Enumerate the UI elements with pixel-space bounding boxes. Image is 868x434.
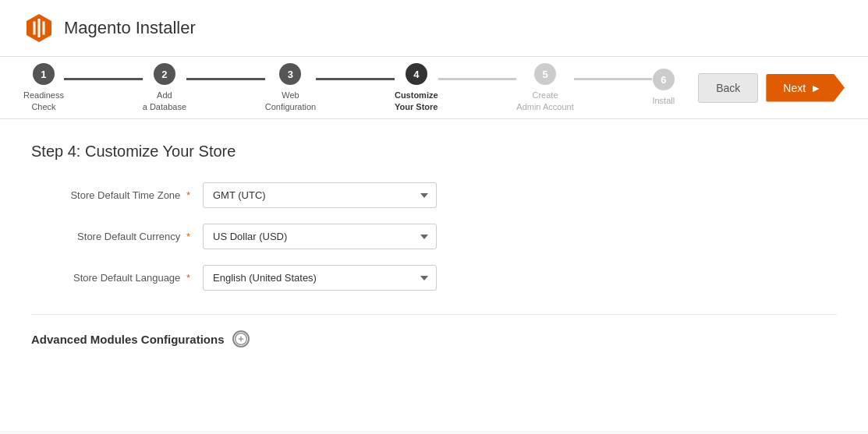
timezone-select[interactable]: GMT (UTC) America/New_York America/Chica…	[203, 182, 437, 208]
wizard-step-5: 5 CreateAdmin Account	[516, 63, 573, 112]
wizard-actions: Back Next ►	[698, 73, 845, 103]
next-arrow-icon: ►	[810, 82, 821, 94]
expand-advanced-icon[interactable]	[232, 330, 250, 348]
currency-row: Store Default Currency * US Dollar (USD)…	[31, 224, 837, 249]
magento-logo	[23, 12, 55, 44]
step-3-circle: 3	[279, 63, 301, 85]
wizard-step-2: 2 Adda Database	[143, 63, 186, 112]
step-3-label: WebConfiguration	[265, 90, 316, 112]
next-button[interactable]: Next ►	[766, 74, 845, 102]
back-button[interactable]: Back	[698, 73, 758, 103]
advanced-title: Advanced Modules Configurations	[31, 330, 837, 348]
wizard-step-1: 1 ReadinessCheck	[23, 63, 64, 112]
app-title: Magento Installer	[64, 18, 196, 38]
language-row: Store Default Language * English (United…	[31, 265, 837, 291]
step-5-label: CreateAdmin Account	[516, 90, 573, 112]
step-2-circle: 2	[154, 63, 175, 85]
wizard-step-4: 4 CustomizeYour Store	[395, 63, 438, 112]
header: Magento Installer	[0, 0, 868, 57]
step-2-label: Adda Database	[143, 90, 186, 112]
currency-required: *	[186, 231, 190, 242]
currency-label: Store Default Currency *	[31, 231, 203, 242]
advanced-section: Advanced Modules Configurations	[31, 314, 837, 348]
step-1-circle: 1	[33, 63, 55, 85]
language-select[interactable]: English (United States) Spanish (Spain) …	[203, 265, 437, 291]
connector-1-2	[64, 78, 143, 80]
currency-select[interactable]: US Dollar (USD) Euro (EUR) British Pound…	[203, 224, 437, 249]
wizard-bar: 1 ReadinessCheck 2 Adda Database 3 WebCo…	[0, 57, 868, 119]
step-1-label: ReadinessCheck	[23, 90, 64, 112]
language-required: *	[186, 272, 190, 284]
connector-5-6	[574, 78, 653, 80]
timezone-required: *	[186, 189, 190, 201]
timezone-row: Store Default Time Zone * GMT (UTC) Amer…	[31, 182, 837, 208]
timezone-label: Store Default Time Zone *	[31, 189, 203, 201]
step-6-label: Install	[652, 95, 675, 106]
main-content: Step 4: Customize Your Store Store Defau…	[0, 119, 868, 431]
step-4-circle: 4	[406, 63, 427, 85]
language-label: Store Default Language *	[31, 272, 203, 284]
step-6-circle: 6	[653, 69, 675, 90]
wizard-step-6: 6 Install	[652, 69, 675, 106]
connector-4-5	[438, 78, 517, 80]
step-5-circle: 5	[534, 63, 556, 85]
wizard-step-3: 3 WebConfiguration	[265, 63, 316, 112]
wizard-steps: 1 ReadinessCheck 2 Adda Database 3 WebCo…	[23, 63, 675, 112]
connector-3-4	[316, 78, 395, 80]
step-4-label: CustomizeYour Store	[395, 90, 438, 112]
connector-2-3	[186, 78, 265, 80]
step-title: Step 4: Customize Your Store	[31, 143, 837, 161]
